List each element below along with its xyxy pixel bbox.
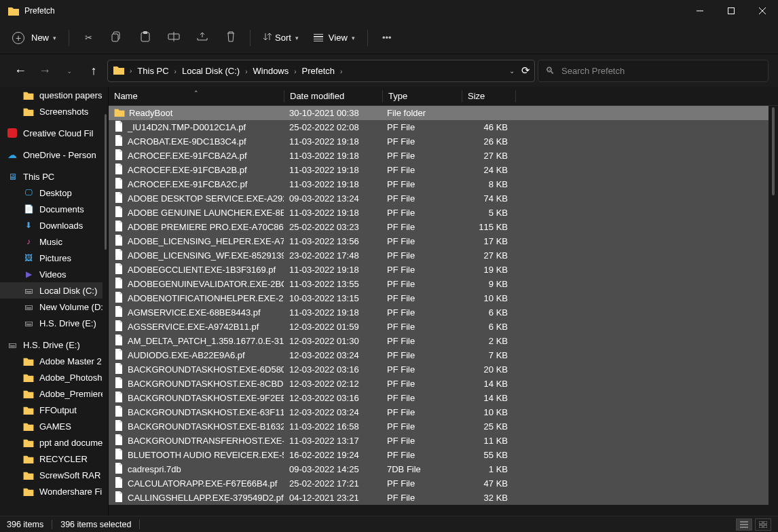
sidebar-item[interactable]: Creative Cloud Fil bbox=[0, 125, 103, 141]
col-name[interactable]: Name⌃ bbox=[109, 91, 284, 101]
file-row[interactable]: AGMSERVICE.EXE-68BE8443.pf11-03-2022 19:… bbox=[109, 305, 768, 320]
file-row[interactable]: BACKGROUNDTASKHOST.EXE-9F2EE4C2.pf12-03-… bbox=[109, 391, 768, 405]
file-row[interactable]: CALLINGSHELLAPP.EXE-379549D2.pf04-12-202… bbox=[109, 491, 768, 505]
file-row[interactable]: ADOBE_LICENSING_HELPER.EXE-A7EF9B...11-0… bbox=[109, 234, 768, 248]
breadcrumb-segment[interactable]: Local Disk (C:) bbox=[179, 66, 242, 76]
file-row[interactable]: cadrespri.7db09-03-2022 14:257DB File1 K… bbox=[109, 462, 768, 476]
file-type: PF File bbox=[382, 336, 460, 346]
file-row[interactable]: BACKGROUNDTASKHOST.EXE-6D58042C.pf12-03-… bbox=[109, 362, 768, 377]
file-row[interactable]: ADOBENOTIFICATIONHELPER.EXE-25CC...10-03… bbox=[109, 291, 768, 305]
cut-button[interactable]: ✂ bbox=[75, 26, 102, 50]
new-button[interactable]: + New ▾ bbox=[5, 26, 63, 50]
file-icon bbox=[114, 149, 124, 162]
file-row[interactable]: ACROCEF.EXE-91FCBA2A.pf11-03-2022 19:18P… bbox=[109, 149, 768, 163]
back-button[interactable]: ← bbox=[10, 60, 31, 81]
file-row[interactable]: BACKGROUNDTRANSFERHOST.EXE-DB32...11-03-… bbox=[109, 434, 768, 448]
address-bar[interactable]: › This PC›Local Disk (C:)›Windows›Prefet… bbox=[107, 60, 535, 82]
sidebar-item[interactable]: GAMES bbox=[0, 418, 103, 434]
paste-button[interactable] bbox=[132, 26, 159, 50]
file-row[interactable]: AUDIODG.EXE-AB22E9A6.pf12-03-2022 03:24P… bbox=[109, 348, 768, 362]
file-row[interactable]: _IU14D2N.TMP-D0012C1A.pf25-02-2022 02:08… bbox=[109, 120, 768, 134]
copy-button[interactable] bbox=[103, 26, 130, 50]
file-row[interactable]: BLUETOOTH AUDIO REVEICER.EXE-547EC...16-… bbox=[109, 448, 768, 462]
file-row[interactable]: ADOBE DESKTOP SERVICE.EXE-A2925451.pf09-… bbox=[109, 191, 768, 206]
col-size[interactable]: Size bbox=[462, 91, 515, 101]
sidebar-item[interactable]: 🖴H.S. Drive (E:) bbox=[0, 315, 103, 331]
sidebar-item[interactable]: ♪Music bbox=[0, 233, 103, 250]
sidebar-item[interactable]: 🖥This PC bbox=[0, 168, 103, 185]
delete-button[interactable] bbox=[217, 26, 244, 50]
sidebar-item[interactable]: ScrewSoft RAR F bbox=[0, 467, 103, 483]
file-name: AM_DELTA_PATCH_1.359.1677.0.E-3139A... bbox=[128, 336, 284, 346]
file-date: 11-03-2022 19:18 bbox=[284, 307, 382, 318]
file-row[interactable]: ADOBE GENUINE LAUNCHER.EXE-8BD95...11-03… bbox=[109, 206, 768, 220]
sidebar-item[interactable]: 🖴Local Disk (C:) bbox=[0, 282, 103, 299]
sidebar-item-label: Videos bbox=[39, 269, 67, 280]
sidebar-item[interactable]: 🖵Desktop bbox=[0, 185, 103, 201]
sidebar-item[interactable]: 🖼Pictures bbox=[0, 250, 103, 266]
recent-button[interactable]: ⌄ bbox=[58, 60, 80, 81]
file-size: 6 KB bbox=[460, 307, 513, 318]
file-date: 25-02-2022 03:23 bbox=[284, 222, 382, 232]
sidebar-item[interactable]: Adobe_Photosh bbox=[0, 369, 103, 385]
view-button[interactable]: View ▾ bbox=[307, 26, 362, 50]
sidebar-item[interactable]: 🖴New Volume (D: bbox=[0, 299, 103, 315]
sidebar-item[interactable]: RECYCLER bbox=[0, 451, 103, 467]
refresh-button[interactable]: ⟳ bbox=[521, 64, 530, 77]
sidebar-item-label: Local Disk (C:) bbox=[39, 286, 97, 296]
file-row[interactable]: ADOBEGCCLIENT.EXE-1B3F3169.pf11-03-2022 … bbox=[109, 263, 768, 277]
sort-button[interactable]: Sort ▾ bbox=[256, 26, 305, 50]
file-row[interactable]: BACKGROUNDTASKHOST.EXE-8CBD7053...12-03-… bbox=[109, 377, 768, 391]
file-row[interactable]: ACROCEF.EXE-91FCBA2C.pf11-03-2022 19:18P… bbox=[109, 177, 768, 191]
file-icon bbox=[114, 192, 124, 205]
file-row[interactable]: ReadyBoot30-10-2021 00:38File folder bbox=[109, 106, 768, 120]
sidebar-item[interactable]: ☁OneDrive - Person bbox=[0, 147, 103, 163]
col-type[interactable]: Type bbox=[383, 91, 462, 101]
breadcrumb-segment[interactable]: Windows bbox=[251, 66, 292, 76]
sidebar-item[interactable]: ▶Videos bbox=[0, 266, 103, 282]
search-input[interactable] bbox=[561, 66, 761, 76]
sidebar-item[interactable]: Screenshots bbox=[0, 103, 103, 119]
sidebar-item[interactable]: Wondershare Fil bbox=[0, 483, 103, 499]
column-headers: Name⌃ Date modified Type Size bbox=[109, 87, 778, 106]
svg-rect-8 bbox=[143, 31, 147, 34]
thumbnails-view-toggle[interactable] bbox=[755, 518, 771, 531]
rename-button[interactable] bbox=[160, 26, 187, 50]
sidebar-item[interactable]: 📄Documents bbox=[0, 201, 103, 217]
breadcrumb-segment[interactable]: Prefetch bbox=[299, 66, 337, 76]
file-row[interactable]: CALCULATORAPP.EXE-F67E66B4.pf25-02-2022 … bbox=[109, 476, 768, 491]
minimize-button[interactable] bbox=[684, 0, 716, 22]
sidebar-item[interactable]: 🖴H.S. Drive (E:) bbox=[0, 337, 103, 353]
file-row[interactable]: ADOBEGENUINEVALIDATOR.EXE-2BCAF8...11-03… bbox=[109, 277, 768, 291]
col-date[interactable]: Date modified bbox=[284, 91, 382, 101]
list-scrollbar[interactable] bbox=[768, 106, 778, 505]
file-row[interactable]: AGSSERVICE.EXE-A9742B11.pf12-03-2022 01:… bbox=[109, 320, 768, 334]
file-row[interactable]: BACKGROUNDTASKHOST.EXE-B16326C0.pf11-03-… bbox=[109, 419, 768, 434]
sidebar-item[interactable]: Adobe Master 2 bbox=[0, 353, 103, 369]
address-row: ← → ⌄ ↑ › This PC›Local Disk (C:)›Window… bbox=[0, 54, 778, 87]
sidebar-item[interactable]: ⬇Downloads bbox=[0, 217, 103, 233]
share-button[interactable] bbox=[189, 26, 216, 50]
sidebar-scrollbar[interactable] bbox=[103, 87, 108, 516]
file-row[interactable]: ACROCEF.EXE-91FCBA2B.pf11-03-2022 19:18P… bbox=[109, 163, 768, 177]
sidebar-item[interactable]: question papers bbox=[0, 87, 103, 103]
breadcrumb-segment[interactable]: This PC bbox=[134, 66, 171, 76]
details-view-toggle[interactable] bbox=[736, 518, 752, 531]
sidebar-item[interactable]: FFOutput bbox=[0, 402, 103, 418]
file-row[interactable]: BACKGROUNDTASKHOST.EXE-63F11000.pf12-03-… bbox=[109, 405, 768, 419]
maximize-button[interactable] bbox=[716, 0, 747, 22]
videos-icon: ▶ bbox=[23, 269, 34, 279]
sidebar-item[interactable]: ppt and docume bbox=[0, 434, 103, 451]
up-button[interactable]: ↑ bbox=[83, 60, 105, 81]
file-row[interactable]: ACROBAT.EXE-9DC1B3C4.pf11-03-2022 19:18P… bbox=[109, 134, 768, 149]
close-button[interactable] bbox=[747, 0, 778, 22]
forward-button[interactable]: → bbox=[34, 60, 56, 81]
history-dropdown[interactable]: ⌄ bbox=[509, 67, 515, 75]
sidebar-item[interactable]: Adobe_Premiere bbox=[0, 385, 103, 402]
search-box[interactable]: 🔍︎ bbox=[538, 60, 768, 82]
file-type: PF File bbox=[382, 151, 460, 161]
file-row[interactable]: AM_DELTA_PATCH_1.359.1677.0.E-3139A...12… bbox=[109, 334, 768, 348]
file-row[interactable]: ADOBE PREMIERE PRO.EXE-A70C860E.pf25-02-… bbox=[109, 220, 768, 234]
more-button[interactable]: ••• bbox=[373, 26, 401, 50]
file-row[interactable]: ADOBE_LICENSING_WF.EXE-85291397.pf23-02-… bbox=[109, 248, 768, 263]
